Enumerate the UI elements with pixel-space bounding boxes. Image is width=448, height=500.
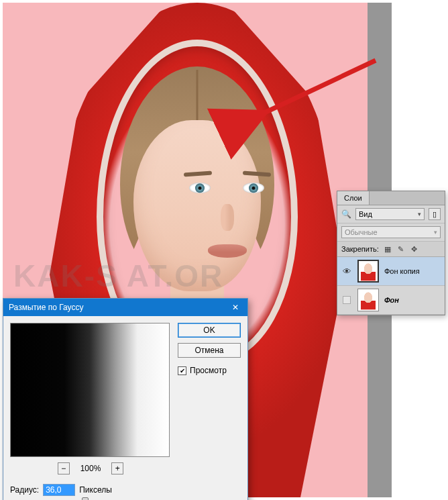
- lock-pixels-icon[interactable]: ✎: [396, 244, 406, 254]
- cancel-button[interactable]: Отмена: [178, 343, 241, 358]
- radius-slider-thumb[interactable]: [82, 497, 89, 500]
- layer-filter-kind[interactable]: Вид: [355, 208, 425, 220]
- blend-mode-label: Обычные: [345, 228, 378, 236]
- nose: [221, 204, 234, 231]
- lock-transparency-icon[interactable]: ▦: [383, 244, 392, 254]
- blur-preview[interactable]: [10, 323, 170, 457]
- radius-unit: Пикселы: [79, 485, 112, 495]
- zoom-level: 100%: [80, 464, 101, 473]
- visibility-off-icon: [343, 296, 351, 304]
- layer-filter-kind-label: Вид: [359, 210, 372, 218]
- search-icon: 🔍: [341, 209, 351, 219]
- tab-layers[interactable]: Слои: [337, 191, 370, 205]
- eye-left: [189, 183, 211, 193]
- lock-position-icon[interactable]: ✥: [410, 244, 419, 254]
- layer-thumbnail[interactable]: [357, 260, 379, 283]
- layer-name[interactable]: Фон: [384, 296, 399, 304]
- visibility-toggle[interactable]: 👁: [341, 266, 352, 277]
- layer-name[interactable]: Фон копия: [384, 267, 420, 275]
- radius-label: Радиус:: [10, 485, 39, 495]
- layers-panel: Слои 🔍 Вид ▯ Обычные Закрепить: ▦ ✎ ✥ 👁 …: [337, 191, 445, 315]
- zoom-out-button[interactable]: −: [58, 462, 70, 474]
- zoom-in-button[interactable]: +: [111, 462, 123, 474]
- eye-icon: 👁: [343, 266, 351, 277]
- toggle-icon: ▯: [433, 210, 437, 219]
- preview-checkbox[interactable]: ✔: [178, 366, 186, 375]
- gaussian-blur-dialog: Размытие по Гауссу ✕ − 100% + OK Отмена …: [3, 298, 248, 500]
- lock-label: Закрепить:: [341, 245, 379, 253]
- visibility-toggle[interactable]: [341, 295, 352, 305]
- preview-checkbox-label: Просмотр: [190, 366, 227, 375]
- close-icon[interactable]: ✕: [229, 301, 242, 314]
- layer-list: 👁 Фон копия Фон: [337, 257, 445, 315]
- eye-right: [243, 183, 264, 193]
- blend-mode-select[interactable]: Обычные: [341, 226, 441, 238]
- layer-filter-toggle[interactable]: ▯: [429, 208, 441, 220]
- dialog-titlebar[interactable]: Размытие по Гауссу ✕: [3, 299, 247, 316]
- layer-thumbnail[interactable]: [357, 289, 379, 311]
- layer-row[interactable]: 👁 Фон копия: [337, 257, 445, 286]
- layer-row[interactable]: Фон: [337, 286, 445, 315]
- dialog-title: Размытие по Гауссу: [9, 303, 83, 312]
- lips: [208, 244, 247, 258]
- ok-button[interactable]: OK: [178, 323, 241, 338]
- radius-input[interactable]: [43, 484, 75, 496]
